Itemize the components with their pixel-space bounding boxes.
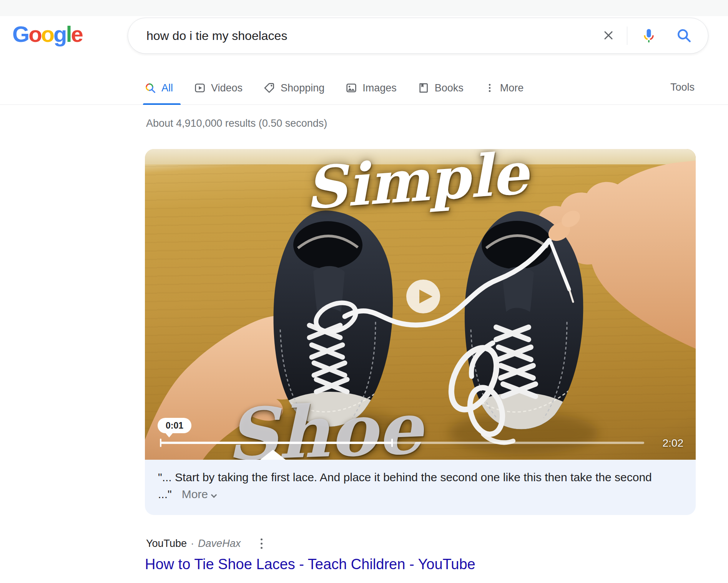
- images-icon: [345, 82, 357, 94]
- tab-label: All: [161, 82, 173, 94]
- header-divider: [0, 104, 728, 105]
- source-channel: DaveHax: [198, 538, 241, 550]
- google-search-results-page: Google how do i tie my shoelaces: [0, 0, 728, 583]
- logo-letter: o: [28, 22, 41, 46]
- video-duration: 2:02: [663, 437, 684, 449]
- transcript-quote: "... Start by taking the first lace. And…: [158, 471, 652, 500]
- tab-label: Videos: [211, 82, 243, 94]
- video-result-card: Simple Shoe Laces 0:01 2:02 "... Start b…: [145, 149, 696, 515]
- clip-start-tick: [160, 439, 161, 447]
- logo-letter: l: [66, 22, 71, 46]
- logo-letter: g: [53, 22, 66, 46]
- thumbnail-title-top: Simple: [303, 149, 530, 219]
- search-bar-divider: [627, 26, 627, 45]
- tab-more[interactable]: More: [484, 82, 524, 94]
- results-tab-bar: All Videos Shopping Images Books: [144, 79, 524, 97]
- more-dots-icon: [484, 82, 495, 94]
- transcript-box: "... Start by taking the first lace. And…: [145, 460, 696, 515]
- shopping-tag-icon: [263, 82, 276, 94]
- search-submit-button[interactable]: [676, 27, 692, 45]
- search-icon: [676, 27, 692, 45]
- tab-label: Books: [435, 82, 464, 94]
- clip-end-tick: [391, 439, 393, 447]
- result-source-row: YouTube · DaveHax: [146, 537, 264, 550]
- source-separator: ·: [191, 538, 194, 550]
- logo-letter: o: [41, 22, 53, 46]
- tools-button[interactable]: Tools: [670, 81, 695, 93]
- transcript-caret: [260, 450, 286, 460]
- videos-icon: [194, 82, 206, 94]
- more-label: More: [182, 488, 208, 500]
- books-icon: [417, 82, 430, 94]
- results-stats: About 4,910,000 results (0.50 seconds): [146, 118, 327, 129]
- logo-letter: e: [71, 22, 82, 46]
- active-tab-underline: [143, 103, 181, 105]
- result-title-link[interactable]: How to Tie Shoe Laces - Teach Children -…: [145, 556, 475, 573]
- more-options-icon[interactable]: [259, 537, 264, 550]
- transcript-more-button[interactable]: More: [182, 488, 216, 500]
- tab-label: More: [500, 82, 524, 94]
- video-thumbnail[interactable]: Simple Shoe Laces 0:01 2:02: [145, 149, 696, 460]
- tab-label: Images: [362, 82, 397, 94]
- voice-search-button[interactable]: [640, 27, 657, 45]
- timestamp-badge: 0:01: [158, 418, 191, 433]
- microphone-icon: [640, 27, 657, 45]
- clear-search-button[interactable]: [602, 28, 615, 43]
- search-bar[interactable]: how do i tie my shoelaces: [128, 18, 708, 54]
- source-site: YouTube: [146, 538, 187, 550]
- search-colored-icon: [144, 82, 156, 94]
- tab-shopping[interactable]: Shopping: [263, 82, 324, 94]
- search-input[interactable]: how do i tie my shoelaces: [146, 29, 602, 43]
- chevron-down-icon: [211, 492, 217, 498]
- timestamp-badge-pointer: [165, 432, 173, 437]
- close-icon: [602, 28, 615, 43]
- play-button[interactable]: [405, 278, 442, 315]
- logo-letter: G: [12, 22, 28, 46]
- tab-label: Shopping: [281, 82, 324, 94]
- tab-all[interactable]: All: [144, 82, 173, 94]
- thumbnail-title-bottom: Shoe Laces: [225, 383, 696, 460]
- google-logo[interactable]: Google: [12, 22, 82, 46]
- video-progress-highlight: [161, 442, 393, 444]
- tab-images[interactable]: Images: [345, 82, 397, 94]
- tab-videos[interactable]: Videos: [194, 82, 243, 94]
- tab-books[interactable]: Books: [417, 82, 464, 94]
- top-band: [0, 0, 728, 16]
